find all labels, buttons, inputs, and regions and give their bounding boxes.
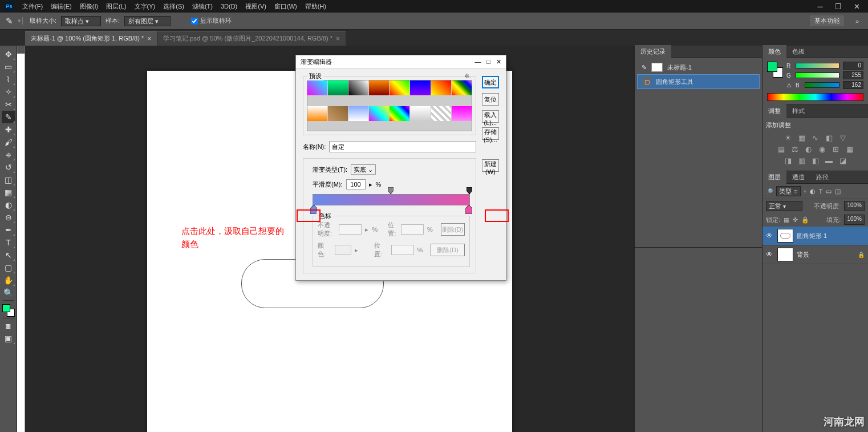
- dialog-maximize-icon[interactable]: □: [486, 58, 490, 66]
- filter-smart-icon[interactable]: ◫: [835, 188, 841, 195]
- selective-color-icon[interactable]: ◪: [838, 156, 848, 165]
- exposure-icon[interactable]: ◧: [824, 133, 834, 142]
- menu-3d[interactable]: 3D(D): [217, 3, 241, 10]
- styles-tab[interactable]: 样式: [786, 104, 810, 118]
- menu-layer[interactable]: 图层(L): [102, 2, 130, 11]
- threshold-icon[interactable]: ◧: [810, 156, 821, 165]
- curves-icon[interactable]: ∿: [810, 133, 821, 142]
- preset-swatch[interactable]: [328, 80, 348, 95]
- save-button[interactable]: 存储(S)...: [482, 127, 499, 140]
- opacity-stop-mid[interactable]: [388, 187, 394, 194]
- history-tab[interactable]: 历史记录: [635, 45, 671, 58]
- presets-menu-icon[interactable]: ✲.: [464, 72, 471, 80]
- gradient-map-icon[interactable]: ▬: [824, 156, 834, 165]
- filter-type-icon[interactable]: T: [819, 188, 823, 195]
- move-tool[interactable]: ✥: [2, 48, 15, 60]
- preset-swatch[interactable]: [348, 80, 368, 95]
- preset-swatch[interactable]: [452, 106, 472, 121]
- color-tab[interactable]: 颜色: [762, 45, 786, 58]
- channels-tab[interactable]: 通道: [786, 171, 810, 184]
- type-tool[interactable]: T: [2, 236, 15, 249]
- posterize-icon[interactable]: ▥: [797, 156, 807, 165]
- sample-select[interactable]: 所有图层 ▾: [124, 16, 171, 26]
- preset-swatch[interactable]: [390, 80, 409, 95]
- bw-icon[interactable]: ◐: [804, 144, 814, 154]
- color-stop-right[interactable]: [465, 205, 472, 214]
- menu-file[interactable]: 文件(F): [18, 2, 47, 11]
- healing-tool[interactable]: ✚: [2, 123, 15, 136]
- pen-tool[interactable]: ✒: [2, 224, 15, 236]
- green-value[interactable]: 255: [843, 71, 863, 79]
- invert-icon[interactable]: ◨: [783, 156, 793, 165]
- vibrance-icon[interactable]: ▽: [838, 133, 848, 142]
- blend-mode-select[interactable]: 正常 ▾: [766, 201, 802, 211]
- opacity-input[interactable]: 100%: [844, 201, 865, 211]
- dialog-titlebar[interactable]: 渐变编辑器 — □ ✕: [296, 55, 506, 69]
- eyedropper-tool[interactable]: ✎: [2, 111, 15, 123]
- magic-wand-tool[interactable]: ✧: [2, 86, 15, 98]
- preset-swatch[interactable]: [369, 106, 389, 121]
- gradient-tool[interactable]: ▦: [2, 186, 15, 199]
- photo-filter-icon[interactable]: ◉: [817, 144, 828, 154]
- swatches-tab[interactable]: 色板: [786, 45, 810, 58]
- preset-swatch[interactable]: [390, 106, 409, 121]
- close-tab-icon[interactable]: ×: [147, 35, 151, 43]
- menu-type[interactable]: 文字(Y): [131, 2, 160, 11]
- dialog-minimize-icon[interactable]: —: [474, 58, 481, 66]
- menu-view[interactable]: 视图(V): [241, 2, 270, 11]
- new-button[interactable]: 新建(W): [482, 159, 499, 172]
- dodge-tool[interactable]: ⊝: [2, 211, 15, 224]
- lock-position-icon[interactable]: ✜: [793, 216, 798, 224]
- hand-tool[interactable]: ✋: [2, 274, 15, 286]
- maximize-button[interactable]: ❐: [832, 2, 845, 11]
- preset-swatch[interactable]: [328, 106, 348, 121]
- red-slider[interactable]: [796, 63, 839, 68]
- gradient-bar[interactable]: [313, 194, 470, 205]
- brush-tool[interactable]: 🖌: [2, 136, 15, 148]
- document-tab-2[interactable]: 学习笔记.psd @ 50% (微信图片_20220421000144, RGB…: [157, 31, 346, 46]
- shape-tool[interactable]: ▢: [2, 261, 15, 274]
- opacity-stop-right[interactable]: [467, 187, 472, 194]
- layers-tab[interactable]: 图层: [762, 171, 786, 184]
- quick-mask-icon[interactable]: ◙: [2, 320, 15, 332]
- reset-button[interactable]: 复位: [482, 93, 499, 106]
- preset-swatch[interactable]: [348, 106, 368, 121]
- channel-mixer-icon[interactable]: ⊞: [831, 144, 841, 154]
- stamp-tool[interactable]: ⎆: [2, 148, 15, 161]
- preset-swatch[interactable]: [431, 106, 451, 121]
- crop-tool[interactable]: ✂: [2, 98, 15, 111]
- gradient-type-select[interactable]: 实底 ⌄: [351, 164, 376, 175]
- menu-window[interactable]: 窗口(W): [270, 2, 301, 11]
- layer-row-background[interactable]: 👁 背景 🔒: [762, 245, 868, 264]
- blur-tool[interactable]: ◐: [2, 199, 15, 211]
- color-spectrum[interactable]: [767, 93, 863, 101]
- filter-pixel-icon[interactable]: ▫: [804, 188, 806, 195]
- load-button[interactable]: 载入(L)...: [482, 110, 499, 123]
- preset-swatch[interactable]: [410, 80, 430, 95]
- preset-swatch[interactable]: [410, 106, 430, 121]
- preset-swatch[interactable]: [452, 80, 472, 95]
- minimize-button[interactable]: ─: [813, 2, 827, 11]
- preset-swatch[interactable]: [307, 106, 327, 121]
- close-tab-icon[interactable]: ×: [336, 35, 340, 43]
- zoom-tool[interactable]: 🔍: [2, 286, 15, 299]
- visibility-icon[interactable]: 👁: [766, 251, 774, 259]
- history-step[interactable]: ▢ 圆角矩形工具: [637, 74, 760, 89]
- preset-swatch[interactable]: [307, 80, 327, 95]
- smoothness-input[interactable]: [346, 179, 366, 189]
- history-brush-tool[interactable]: ↺: [2, 161, 15, 173]
- blue-slider[interactable]: [805, 82, 839, 88]
- sample-size-select[interactable]: 取样点 ▾: [61, 16, 101, 26]
- fill-input[interactable]: 100%: [844, 215, 865, 225]
- path-select-tool[interactable]: ↖: [2, 249, 15, 261]
- foreground-background-colors[interactable]: [2, 304, 15, 317]
- marquee-tool[interactable]: ▭: [2, 60, 15, 73]
- menu-edit[interactable]: 编辑(E): [47, 2, 76, 11]
- expand-panels-icon[interactable]: »: [852, 16, 862, 26]
- layer-thumbnail[interactable]: [777, 248, 793, 261]
- screen-mode-icon[interactable]: ▣: [2, 332, 15, 345]
- visibility-icon[interactable]: 👁: [766, 232, 774, 240]
- layer-thumbnail[interactable]: [777, 229, 793, 243]
- preset-swatch[interactable]: [431, 80, 451, 95]
- filter-adjust-icon[interactable]: ◐: [810, 188, 816, 195]
